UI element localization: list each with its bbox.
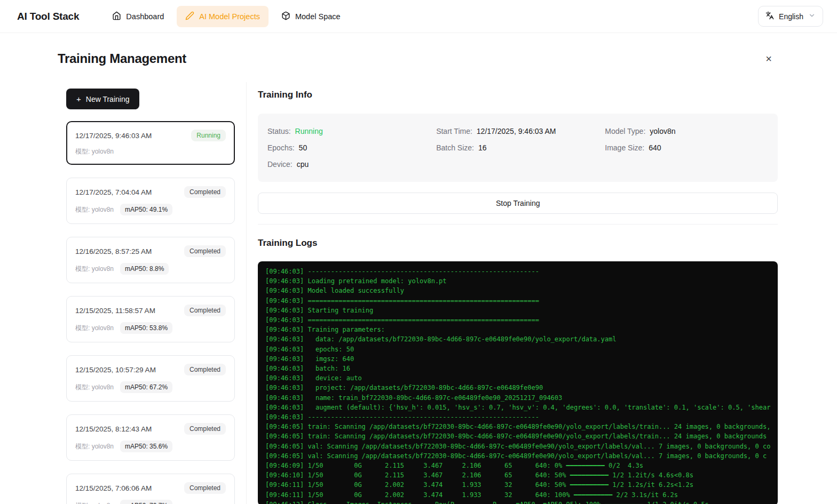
status-badge: Completed xyxy=(184,423,226,435)
training-model-label: 模型: yolov8n xyxy=(75,383,114,392)
status-badge: Completed xyxy=(184,245,226,257)
log-line: [09:46:03] device: auto xyxy=(265,373,770,383)
training-date: 12/16/2025, 8:57:25 AM xyxy=(75,247,152,255)
training-card[interactable]: 12/15/2025, 7:06:06 AM Completed 模型: yol… xyxy=(66,474,235,504)
training-list: 12/17/2025, 9:46:03 AM Running 模型: yolov… xyxy=(66,121,235,504)
training-card[interactable]: 12/16/2025, 8:57:25 AM Completed 模型: yol… xyxy=(66,237,235,283)
map50-badge: mAP50: 70.7% xyxy=(120,500,172,504)
page-header: Training Management × xyxy=(0,33,837,82)
info-field: Status:Running xyxy=(267,127,431,135)
log-line: [09:46:05] val: Scanning /app/datasets/b… xyxy=(265,451,770,461)
training-detail-panel: Training Info Status:RunningStart Time:1… xyxy=(246,82,778,504)
status-badge: Completed xyxy=(184,305,226,316)
section-divider xyxy=(258,224,778,225)
training-date: 12/15/2025, 7:06:06 AM xyxy=(75,484,152,492)
info-field-value: Running xyxy=(295,127,323,135)
log-line: [09:46:05] val: Scanning /app/datasets/b… xyxy=(265,442,770,451)
training-model-label: 模型: yolov8n xyxy=(75,442,114,451)
top-navbar: AI Tool Stack Dashboard AI Model Project… xyxy=(0,0,837,33)
training-info-grid: Status:RunningStart Time:12/17/2025, 9:4… xyxy=(267,127,768,169)
log-line: [09:46:12] Class Images Instances Box(P … xyxy=(265,500,770,504)
chevron-down-icon xyxy=(808,12,816,21)
map50-badge: mAP50: 67.2% xyxy=(120,381,172,393)
training-card[interactable]: 12/17/2025, 9:46:03 AM Running 模型: yolov… xyxy=(66,121,235,165)
info-field: Model Type:yolov8n xyxy=(605,127,768,135)
new-training-button[interactable]: + New Training xyxy=(66,89,139,109)
map50-badge: mAP50: 35.6% xyxy=(120,441,172,452)
info-field-label: Epochs: xyxy=(267,143,295,152)
log-line: [09:46:03] Model loaded successfully xyxy=(265,286,770,295)
training-info-title: Training Info xyxy=(258,90,778,100)
training-card[interactable]: 12/15/2025, 10:57:29 AM Completed 模型: yo… xyxy=(66,355,235,402)
training-model-label: 模型: yolov8n xyxy=(75,265,114,274)
info-field-label: Status: xyxy=(267,127,291,135)
status-badge: Completed xyxy=(184,186,226,198)
training-date: 12/17/2025, 7:04:04 AM xyxy=(75,188,152,196)
info-field-label: Model Type: xyxy=(605,127,645,135)
nav-item-label: Model Space xyxy=(295,12,341,21)
training-model-label: 模型: yolov8n xyxy=(75,147,114,156)
training-card[interactable]: 12/15/2025, 8:12:43 AM Completed 模型: yol… xyxy=(66,414,235,461)
training-model-label: 模型: yolov8n xyxy=(75,324,114,333)
training-card[interactable]: 12/17/2025, 7:04:04 AM Completed 模型: yol… xyxy=(66,178,235,224)
nav-item-model-space[interactable]: Model Space xyxy=(273,6,349,27)
main-nav: Dashboard AI Model Projects Model Space xyxy=(104,6,349,27)
nav-item-dashboard[interactable]: Dashboard xyxy=(104,6,172,27)
nav-item-ai-model-projects[interactable]: AI Model Projects xyxy=(177,6,269,27)
status-badge: Running xyxy=(191,130,226,141)
translate-icon xyxy=(765,11,774,21)
info-field-value: cpu xyxy=(297,160,309,169)
log-line: [09:46:11] 1/50 0G 2.002 3.474 1.933 32 … xyxy=(265,490,770,500)
map50-badge: mAP50: 53.8% xyxy=(120,322,172,334)
log-line: [09:46:05] train: Scanning /app/datasets… xyxy=(265,422,770,431)
info-field-value: 50 xyxy=(299,143,307,152)
pencil-icon xyxy=(185,11,194,22)
info-field-value: yolov8n xyxy=(650,127,675,135)
page-title: Training Management xyxy=(58,51,186,66)
log-line: [09:46:03] =============================… xyxy=(265,315,770,325)
training-model-label: 模型: yolov8n xyxy=(75,501,114,504)
close-button[interactable]: × xyxy=(759,49,778,68)
app-logo: AI Tool Stack xyxy=(17,11,79,22)
info-field-label: Device: xyxy=(267,160,293,169)
log-line: [09:46:03] Loading pretrained model: yol… xyxy=(265,276,770,286)
log-line: [09:46:03] -----------------------------… xyxy=(265,267,770,276)
training-date: 12/15/2025, 10:57:29 AM xyxy=(75,366,156,374)
log-line: [09:46:11] 1/50 0G 2.002 3.474 1.933 32 … xyxy=(265,480,770,490)
info-field: Image Size:640 xyxy=(605,143,768,152)
info-field-value: 12/17/2025, 9:46:03 AM xyxy=(477,127,556,135)
stop-training-button[interactable]: Stop Training xyxy=(258,193,778,214)
log-line: [09:46:03] name: train_bf722030-89bc-4d6… xyxy=(265,393,770,403)
log-line: [09:46:03] project: /app/datasets/bf7220… xyxy=(265,383,770,393)
plus-icon: + xyxy=(76,94,81,103)
info-field-value: 640 xyxy=(649,143,661,152)
language-selector[interactable]: English xyxy=(758,6,823,27)
log-line: [09:46:09] 1/50 0G 2.115 3.467 2.106 65 … xyxy=(265,461,770,470)
log-line: [09:46:03] Training parameters: xyxy=(265,325,770,334)
info-field-label: Start Time: xyxy=(436,127,472,135)
info-field: Start Time:12/17/2025, 9:46:03 AM xyxy=(436,127,599,135)
log-line: [09:46:03] -----------------------------… xyxy=(265,412,770,422)
training-card[interactable]: 12/15/2025, 11:58:57 AM Completed 模型: yo… xyxy=(66,296,235,342)
training-logs-title: Training Logs xyxy=(258,238,778,249)
status-badge: Completed xyxy=(184,364,226,375)
info-field-value: 16 xyxy=(478,143,487,152)
map50-badge: mAP50: 8.8% xyxy=(120,263,169,275)
status-badge: Completed xyxy=(184,482,226,494)
nav-item-label: Dashboard xyxy=(126,12,164,21)
training-sidebar: + New Training 12/17/2025, 9:46:03 AM Ru… xyxy=(66,82,235,504)
log-line: [09:46:03] epochs: 50 xyxy=(265,345,770,354)
log-line: [09:46:03] imgsz: 640 xyxy=(265,354,770,364)
language-label: English xyxy=(779,12,803,21)
log-line: [09:46:03] data: /app/datasets/bf722030-… xyxy=(265,334,770,344)
info-field: Batch Size:16 xyxy=(436,143,599,152)
training-model-label: 模型: yolov8n xyxy=(75,205,114,214)
home-icon xyxy=(112,11,121,22)
package-icon xyxy=(281,11,290,22)
content-area: + New Training 12/17/2025, 9:46:03 AM Ru… xyxy=(0,82,837,504)
training-logs-terminal[interactable]: [09:46:03] -----------------------------… xyxy=(258,261,778,504)
info-field-label: Image Size: xyxy=(605,143,644,152)
nav-item-label: AI Model Projects xyxy=(199,12,260,21)
log-line: [09:46:03] Starting training xyxy=(265,306,770,315)
info-field: Epochs:50 xyxy=(267,143,431,152)
